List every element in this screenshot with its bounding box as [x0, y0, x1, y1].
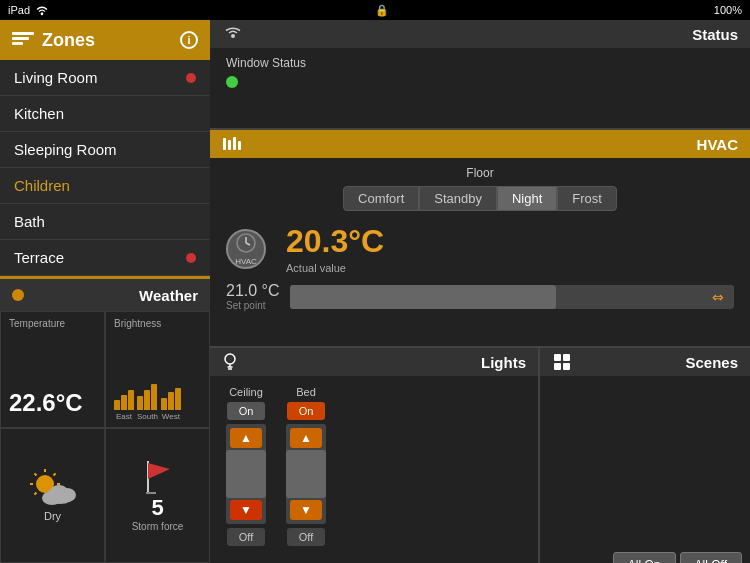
window-status-dot	[226, 76, 238, 88]
hvac-temp-display: 20.3°C Actual value	[286, 223, 384, 274]
lights-panel: Lights Ceiling On ▲ ▼ Off	[210, 348, 540, 563]
ceiling-slider[interactable]: ▲ ▼	[226, 424, 266, 524]
hvac-icon	[222, 136, 244, 152]
setpoint-label: Set point	[226, 300, 280, 311]
weather-temp-cell: Temperature 22.6°C	[0, 311, 105, 428]
weather-content: Temperature 22.6°C Brightness East	[0, 311, 210, 563]
mode-btn-comfort[interactable]: Comfort	[343, 186, 419, 211]
mode-btn-standby[interactable]: Standby	[419, 186, 497, 211]
status-bar-lock: 🔒	[375, 4, 389, 17]
svg-rect-30	[563, 354, 570, 361]
ceiling-up-btn[interactable]: ▲	[230, 428, 262, 448]
scenes-header: Scenes	[540, 348, 750, 376]
hvac-temperature: 20.3°C	[286, 223, 384, 260]
zone-dot-living-room	[186, 73, 196, 83]
svg-rect-32	[563, 363, 570, 370]
brightness-group-south: South	[137, 384, 158, 421]
right-panel: Status Window Status HVAC Floor	[210, 20, 750, 563]
zone-dot-terrace	[186, 253, 196, 263]
svg-point-13	[50, 485, 68, 499]
hvac-circle-icon	[234, 231, 258, 255]
hvac-panel: HVAC Floor Comfort Standby Night Frost	[210, 130, 750, 348]
svg-rect-20	[233, 137, 236, 150]
bottom-right: Lights Ceiling On ▲ ▼ Off	[210, 348, 750, 563]
setpoint-slider[interactable]: ⇔	[290, 285, 734, 309]
window-status-label: Window Status	[226, 56, 734, 70]
setpoint-value: 21.0 °C	[226, 282, 280, 300]
hvac-title: HVAC	[697, 136, 738, 153]
lights-icon	[222, 352, 238, 372]
all-on-button[interactable]: All On	[613, 552, 676, 563]
lights-header: Lights	[210, 348, 538, 376]
west-label: West	[162, 412, 180, 421]
light-control-ceiling: Ceiling On ▲ ▼ Off	[226, 386, 266, 546]
east-label: East	[116, 412, 132, 421]
svg-line-8	[54, 474, 56, 476]
hvac-actual-label: Actual value	[286, 262, 384, 274]
south-label: South	[137, 412, 158, 421]
battery-label: 100%	[714, 4, 742, 16]
svg-point-25	[225, 354, 235, 364]
wifi-status-icon	[222, 26, 244, 42]
svg-line-24	[246, 243, 250, 245]
status-panel-header: Status	[210, 20, 750, 48]
svg-point-17	[231, 34, 235, 38]
ceiling-down-btn[interactable]: ▼	[230, 500, 262, 520]
ceiling-on-btn[interactable]: On	[227, 402, 266, 420]
info-button[interactable]: i	[180, 31, 198, 49]
hvac-floor-label: Floor	[466, 166, 493, 180]
setpoint-display: 21.0 °C Set point	[226, 282, 280, 311]
status-bar-right: 100%	[714, 4, 742, 16]
light-control-bed: Bed On ▲ ▼ Off	[286, 386, 326, 546]
wind-flag-icon	[138, 459, 178, 495]
scenes-panel: Scenes All On All Off	[540, 348, 750, 563]
zone-item-terrace[interactable]: Terrace	[0, 240, 210, 276]
scenes-title: Scenes	[685, 354, 738, 371]
zone-item-sleeping-room[interactable]: Sleeping Room	[0, 132, 210, 168]
zones-icon	[12, 32, 34, 48]
temp-label: Temperature	[9, 318, 96, 329]
mode-btn-frost[interactable]: Frost	[557, 186, 617, 211]
bed-label: Bed	[296, 386, 316, 398]
scenes-icon	[552, 352, 572, 372]
ceiling-off-btn[interactable]: Off	[227, 528, 265, 546]
status-content: Window Status	[210, 48, 750, 96]
ceiling-label: Ceiling	[229, 386, 263, 398]
main-layout: Zones i Living Room Kitchen Sleeping Roo…	[0, 20, 750, 563]
hvac-circle: HVAC	[226, 229, 266, 269]
brightness-group-west: West	[161, 388, 181, 421]
svg-rect-31	[554, 363, 561, 370]
zone-label-bath: Bath	[14, 213, 45, 230]
hvac-content: Floor Comfort Standby Night Frost HVAC	[210, 158, 750, 319]
svg-marker-15	[148, 463, 170, 479]
zone-label-kitchen: Kitchen	[14, 105, 64, 122]
bed-slider[interactable]: ▲ ▼	[286, 424, 326, 524]
wind-desc: Storm force	[132, 521, 184, 532]
zone-item-kitchen[interactable]: Kitchen	[0, 96, 210, 132]
svg-point-0	[41, 13, 43, 15]
all-off-button[interactable]: All Off	[680, 552, 742, 563]
weather-desc: Dry	[44, 510, 61, 522]
bed-off-btn[interactable]: Off	[287, 528, 325, 546]
bed-on-btn[interactable]: On	[287, 402, 326, 420]
bed-up-btn[interactable]: ▲	[290, 428, 322, 448]
bed-fill	[286, 450, 326, 498]
zone-item-bath[interactable]: Bath	[0, 204, 210, 240]
lights-content: Ceiling On ▲ ▼ Off Bed On	[210, 376, 538, 556]
zone-label-children: Children	[14, 177, 70, 194]
svg-rect-21	[238, 141, 241, 150]
wifi-icon	[34, 4, 50, 16]
weather-dot	[12, 289, 24, 301]
setpoint-arrow-icon: ⇔	[712, 289, 724, 305]
mode-btn-night[interactable]: Night	[497, 186, 557, 211]
zone-item-children[interactable]: Children	[0, 168, 210, 204]
weather-wind-cell: 5 Storm force	[105, 428, 210, 564]
bed-down-btn[interactable]: ▼	[290, 500, 322, 520]
setpoint-slider-fill	[290, 285, 557, 309]
status-panel: Status Window Status	[210, 20, 750, 130]
weather-header: Weather	[0, 279, 210, 311]
carrier-label: iPad	[8, 4, 30, 16]
zone-label-living-room: Living Room	[14, 69, 97, 86]
zone-item-living-room[interactable]: Living Room	[0, 60, 210, 96]
weather-section: Weather Temperature 22.6°C Brightness	[0, 276, 210, 563]
